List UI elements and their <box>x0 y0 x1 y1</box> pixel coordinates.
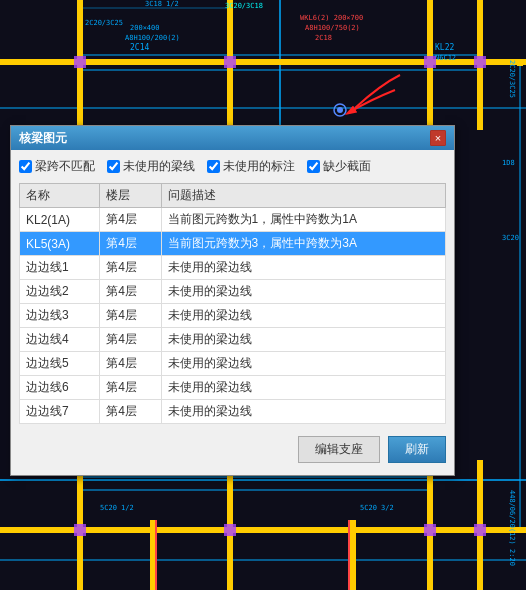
checkbox-missing-section-label: 缺少截面 <box>323 158 371 175</box>
cell-floor: 第4层 <box>100 304 161 328</box>
svg-rect-57 <box>74 56 86 68</box>
checkbox-missing-section-input[interactable] <box>307 160 320 173</box>
cell-issue: 当前图元跨数为3，属性中跨数为3A <box>161 232 445 256</box>
svg-text:2C14: 2C14 <box>130 43 149 52</box>
svg-rect-66 <box>517 60 523 66</box>
table-row[interactable]: KL5(3A)第4层当前图元跨数为3，属性中跨数为3A <box>20 232 446 256</box>
cell-issue: 未使用的梁边线 <box>161 328 445 352</box>
cell-floor: 第4层 <box>100 352 161 376</box>
cell-name: 边边线1 <box>20 256 100 280</box>
svg-text:A8H100/200(2): A8H100/200(2) <box>125 34 180 42</box>
checkbox-unused-beam-input[interactable] <box>107 160 120 173</box>
svg-text:A8H100/750(2): A8H100/750(2) <box>305 24 360 32</box>
cell-issue: 未使用的梁边线 <box>161 352 445 376</box>
svg-text:3C20/3C18: 3C20/3C18 <box>225 2 263 10</box>
cell-name: 边边线4 <box>20 328 100 352</box>
table-row[interactable]: 边边线2第4层未使用的梁边线 <box>20 280 446 304</box>
cell-name: 边边线2 <box>20 280 100 304</box>
table-row[interactable]: 边边线6第4层未使用的梁边线 <box>20 376 446 400</box>
svg-text:5C20 1/2: 5C20 1/2 <box>100 504 134 512</box>
cell-issue: 未使用的梁边线 <box>161 280 445 304</box>
svg-text:448/06/20(12) 2:20: 448/06/20(12) 2:20 <box>508 490 516 566</box>
svg-text:200×400: 200×400 <box>130 24 160 32</box>
cell-name: 边边线6 <box>20 376 100 400</box>
svg-rect-61 <box>74 524 86 536</box>
cell-issue: 当前图元跨数为1，属性中跨数为1A <box>161 208 445 232</box>
table-row[interactable]: 边边线7第4层未使用的梁边线 <box>20 400 446 424</box>
svg-text:2C18: 2C18 <box>315 34 332 42</box>
svg-text:1D8: 1D8 <box>502 159 515 167</box>
cell-name: 边边线3 <box>20 304 100 328</box>
close-button[interactable]: × <box>430 130 446 146</box>
svg-text:N6C12: N6C12 <box>435 54 456 62</box>
checkbox-missing-section[interactable]: 缺少截面 <box>307 158 371 175</box>
svg-rect-62 <box>224 524 236 536</box>
svg-text:3C18 1/2: 3C18 1/2 <box>145 0 179 8</box>
svg-rect-58 <box>224 56 236 68</box>
svg-rect-59 <box>424 56 436 68</box>
edit-support-button[interactable]: 编辑支座 <box>298 436 380 463</box>
table-row[interactable]: 边边线5第4层未使用的梁边线 <box>20 352 446 376</box>
cell-floor: 第4层 <box>100 232 161 256</box>
checkbox-unused-beam-label: 未使用的梁线 <box>123 158 195 175</box>
checkbox-mismatch-input[interactable] <box>19 160 32 173</box>
dialog-body: 梁跨不匹配 未使用的梁线 未使用的标注 缺少截面 名称 楼层 问题描述 <box>11 150 454 475</box>
cell-floor: 第4层 <box>100 280 161 304</box>
table-row[interactable]: 边边线4第4层未使用的梁边线 <box>20 328 446 352</box>
svg-text:WKL6(2) 200×700: WKL6(2) 200×700 <box>300 14 363 22</box>
cell-issue: 未使用的梁边线 <box>161 376 445 400</box>
cell-name: 边边线5 <box>20 352 100 376</box>
svg-rect-46 <box>155 520 157 590</box>
button-row: 编辑支座 刷新 <box>19 432 446 467</box>
table-row[interactable]: 边边线3第4层未使用的梁边线 <box>20 304 446 328</box>
svg-text:2C20/3C25: 2C20/3C25 <box>85 19 123 27</box>
refresh-button[interactable]: 刷新 <box>388 436 446 463</box>
svg-rect-67 <box>517 527 523 533</box>
svg-text:3C20: 3C20 <box>502 234 519 242</box>
checkbox-mismatch[interactable]: 梁跨不匹配 <box>19 158 95 175</box>
table-row[interactable]: 边边线1第4层未使用的梁边线 <box>20 256 446 280</box>
svg-rect-63 <box>424 524 436 536</box>
cell-name: KL5(3A) <box>20 232 100 256</box>
col-issue: 问题描述 <box>161 184 445 208</box>
checkbox-unused-annotation-label: 未使用的标注 <box>223 158 295 175</box>
cell-name: 边边线7 <box>20 400 100 424</box>
filter-checkboxes: 梁跨不匹配 未使用的梁线 未使用的标注 缺少截面 <box>19 158 446 175</box>
issues-table: 名称 楼层 问题描述 KL2(1A)第4层当前图元跨数为1，属性中跨数为1AKL… <box>19 183 446 424</box>
cell-issue: 未使用的梁边线 <box>161 400 445 424</box>
table-header-row: 名称 楼层 问题描述 <box>20 184 446 208</box>
col-floor: 楼层 <box>100 184 161 208</box>
svg-text:2C20/3C25: 2C20/3C25 <box>508 60 516 98</box>
cell-floor: 第4层 <box>100 400 161 424</box>
checkbox-unused-beam[interactable]: 未使用的梁线 <box>107 158 195 175</box>
cell-issue: 未使用的梁边线 <box>161 304 445 328</box>
col-name: 名称 <box>20 184 100 208</box>
svg-rect-47 <box>348 520 350 590</box>
cell-floor: 第4层 <box>100 328 161 352</box>
svg-text:5C20 3/2: 5C20 3/2 <box>360 504 394 512</box>
checkbox-mismatch-label: 梁跨不匹配 <box>35 158 95 175</box>
cell-issue: 未使用的梁边线 <box>161 256 445 280</box>
cell-floor: 第4层 <box>100 376 161 400</box>
svg-text:KL22: KL22 <box>435 43 454 52</box>
dialog-title: 核梁图元 <box>19 130 67 147</box>
checkbox-unused-annotation-input[interactable] <box>207 160 220 173</box>
cell-floor: 第4层 <box>100 256 161 280</box>
dialog: 核梁图元 × 梁跨不匹配 未使用的梁线 未使用的标注 缺少截面 <box>10 125 455 476</box>
table-row[interactable]: KL2(1A)第4层当前图元跨数为1，属性中跨数为1A <box>20 208 446 232</box>
checkbox-unused-annotation[interactable]: 未使用的标注 <box>207 158 295 175</box>
svg-rect-64 <box>474 524 486 536</box>
svg-rect-60 <box>474 56 486 68</box>
cell-floor: 第4层 <box>100 208 161 232</box>
svg-point-33 <box>337 107 343 113</box>
dialog-titlebar: 核梁图元 × <box>11 126 454 150</box>
cell-name: KL2(1A) <box>20 208 100 232</box>
